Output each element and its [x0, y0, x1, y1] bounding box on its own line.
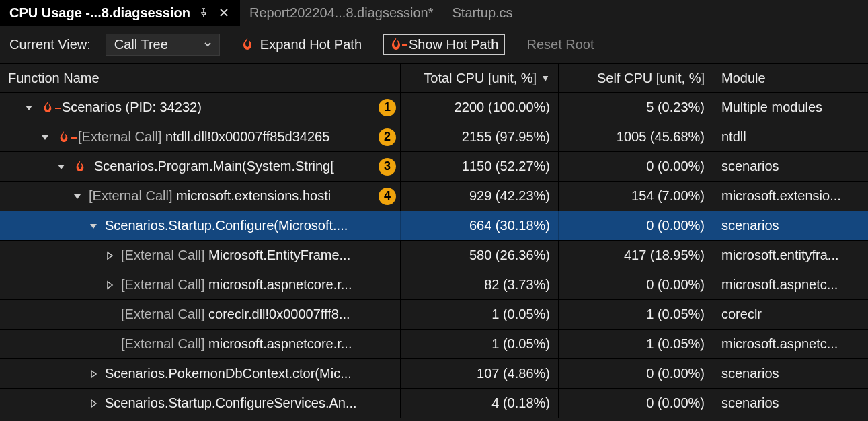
self-cpu-cell: 0 (0.00%) — [558, 152, 713, 181]
function-name-cell: [External Call] coreclr.dll!0x00007fff8.… — [0, 300, 400, 329]
tab-cpu-usage[interactable]: CPU Usage -...8.diagsession — [0, 0, 240, 26]
tab-bar: CPU Usage -...8.diagsession Report202204… — [0, 0, 868, 26]
col-function-name[interactable]: Function Name — [0, 64, 400, 92]
function-name: [External Call] microsoft.aspnetcore.r..… — [121, 336, 396, 352]
module-cell: microsoft.aspnetc... — [713, 270, 868, 299]
grid-header: Function Name Total CPU [unit, %] ▼ Self… — [0, 63, 868, 93]
module-cell: scenarios — [713, 152, 868, 181]
table-row[interactable]: [External Call] microsoft.extensions.hos… — [0, 182, 868, 211]
module-cell: scenarios — [713, 389, 868, 418]
expand-icon[interactable] — [105, 280, 114, 290]
module-cell: scenarios — [713, 211, 868, 240]
total-cpu-cell: 929 (42.23%) — [400, 182, 558, 210]
expander-placeholder — [105, 340, 114, 349]
flame-icon — [73, 161, 87, 173]
module-cell: microsoft.extensio... — [713, 182, 868, 210]
expand-collapse-icon[interactable] — [24, 103, 34, 112]
total-cpu-cell: 664 (30.18%) — [400, 211, 558, 240]
reset-root-button[interactable]: Reset Root — [520, 34, 600, 55]
function-name: [External Call] coreclr.dll!0x00007fff8.… — [121, 307, 396, 322]
table-row[interactable]: [External Call] coreclr.dll!0x00007fff8.… — [0, 300, 868, 330]
table-row[interactable]: Scenarios.Startup.ConfigureServices.An..… — [0, 389, 868, 418]
expand-collapse-icon[interactable] — [73, 192, 82, 201]
table-row[interactable]: Scenarios.PokemonDbContext.ctor(Mic...10… — [0, 359, 868, 389]
tab-label: Report202204...8.diagsession* — [249, 5, 434, 21]
total-cpu-cell: 82 (3.73%) — [400, 270, 558, 299]
col-self-cpu[interactable]: Self CPU [unit, %] — [558, 64, 713, 92]
callout-badge: 3 — [379, 158, 396, 176]
self-cpu-cell: 0 (0.00%) — [558, 270, 713, 299]
function-name-cell: Scenarios (PID: 34232)1 — [0, 93, 400, 122]
current-view-label: Current View: — [9, 37, 91, 52]
table-row[interactable]: Scenarios.Startup.Configure(Microsoft...… — [0, 211, 868, 241]
callout-badge: 1 — [379, 99, 396, 116]
col-total-cpu[interactable]: Total CPU [unit, %] ▼ — [400, 64, 558, 92]
tab-label: CPU Usage -...8.diagsession — [9, 5, 190, 21]
module-cell: microsoft.entityfra... — [713, 241, 868, 270]
call-tree-grid: Function Name Total CPU [unit, %] ▼ Self… — [0, 63, 868, 418]
module-cell: coreclr — [713, 300, 868, 329]
sort-desc-icon: ▼ — [541, 73, 550, 83]
expand-hot-path-label: Expand Hot Path — [260, 37, 362, 52]
function-name: Scenarios.Startup.Configure(Microsoft...… — [105, 218, 396, 233]
expand-collapse-icon[interactable] — [89, 221, 98, 231]
total-cpu-cell: 4 (0.18%) — [400, 389, 558, 418]
function-name-cell: [External Call] ntdll.dll!0x00007ff85d34… — [0, 122, 400, 151]
function-name-cell: Scenarios.Program.Main(System.String[3 — [0, 152, 400, 181]
function-name-cell: Scenarios.PokemonDbContext.ctor(Mic... — [0, 359, 400, 388]
callout-badge: 2 — [379, 128, 396, 146]
self-cpu-cell: 1 (0.05%) — [558, 300, 713, 329]
tab-report[interactable]: Report202204...8.diagsession* — [240, 0, 443, 26]
expand-hot-path-button[interactable]: Expand Hot Path — [235, 34, 368, 55]
table-row[interactable]: Scenarios.Program.Main(System.String[311… — [0, 152, 868, 182]
expand-icon[interactable] — [89, 369, 98, 379]
reset-root-label: Reset Root — [526, 37, 594, 52]
total-cpu-cell: 1150 (52.27%) — [400, 152, 558, 181]
table-row[interactable]: [External Call] Microsoft.EntityFrame...… — [0, 241, 868, 270]
function-name-cell: Scenarios.Startup.ConfigureServices.An..… — [0, 389, 400, 418]
self-cpu-cell: 0 (0.00%) — [558, 389, 713, 418]
table-row[interactable]: [External Call] microsoft.aspnetcore.r..… — [0, 270, 868, 300]
function-name: Scenarios.PokemonDbContext.ctor(Mic... — [105, 366, 396, 381]
function-name: Scenarios (PID: 34232) — [62, 100, 368, 115]
module-cell: Multiple modules — [713, 93, 868, 122]
expand-icon[interactable] — [105, 251, 114, 260]
expand-icon[interactable] — [89, 399, 98, 408]
function-name-cell: [External Call] microsoft.aspnetcore.r..… — [0, 270, 400, 299]
function-name-cell: Scenarios.Startup.Configure(Microsoft...… — [0, 211, 400, 240]
toolbar: Current View: Call Tree Expand Hot Path … — [0, 26, 868, 63]
total-cpu-cell: 1 (0.05%) — [400, 330, 558, 358]
table-row[interactable]: [External Call] ntdll.dll!0x00007ff85d34… — [0, 122, 868, 152]
callout-badge: 4 — [379, 188, 396, 205]
total-cpu-cell: 107 (4.86%) — [400, 359, 558, 388]
expand-collapse-icon[interactable] — [40, 132, 50, 142]
function-name: Scenarios.Startup.ConfigureServices.An..… — [105, 395, 396, 411]
total-cpu-cell: 2155 (97.95%) — [400, 122, 558, 151]
flame-right-icon — [56, 131, 71, 143]
self-cpu-cell: 5 (0.23%) — [558, 93, 713, 122]
flame-right-icon — [40, 102, 55, 114]
table-row[interactable]: [External Call] microsoft.aspnetcore.r..… — [0, 330, 868, 359]
view-select[interactable]: Call Tree — [106, 34, 220, 56]
pin-icon[interactable] — [197, 6, 210, 20]
total-cpu-cell: 2200 (100.00%) — [400, 93, 558, 122]
self-cpu-cell: 154 (7.00%) — [558, 182, 713, 210]
function-name: Scenarios.Program.Main(System.String[ — [94, 159, 368, 174]
self-cpu-cell: 0 (0.00%) — [558, 211, 713, 240]
self-cpu-cell: 0 (0.00%) — [558, 359, 713, 388]
grid-body: Scenarios (PID: 34232)12200 (100.00%)5 (… — [0, 93, 868, 418]
col-module[interactable]: Module — [713, 64, 868, 92]
self-cpu-cell: 417 (18.95%) — [558, 241, 713, 270]
function-name: [External Call] ntdll.dll!0x00007ff85d34… — [78, 129, 368, 145]
show-hot-path-button[interactable]: Show Hot Path — [383, 34, 505, 55]
self-cpu-cell: 1 (0.05%) — [558, 330, 713, 358]
function-name: [External Call] microsoft.extensions.hos… — [89, 188, 368, 204]
table-row[interactable]: Scenarios (PID: 34232)12200 (100.00%)5 (… — [0, 93, 868, 122]
close-icon[interactable] — [217, 6, 231, 20]
flame-right-icon — [390, 38, 402, 51]
chevron-down-icon — [203, 37, 212, 52]
expand-collapse-icon[interactable] — [56, 162, 66, 171]
module-cell: scenarios — [713, 359, 868, 388]
flame-icon — [241, 38, 253, 51]
tab-startup[interactable]: Startup.cs — [443, 0, 522, 26]
